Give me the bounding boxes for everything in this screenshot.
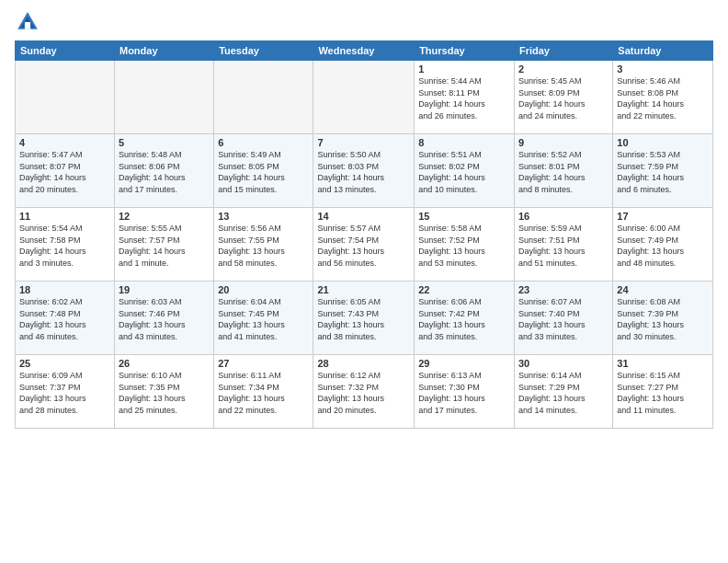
calendar-cell: 25Sunrise: 6:09 AMSunset: 7:37 PMDayligh…	[16, 355, 115, 429]
day-number: 9	[518, 137, 609, 148]
day-number: 18	[19, 284, 110, 295]
weekday-header-friday: Friday	[514, 41, 612, 61]
calendar-cell: 1Sunrise: 5:44 AMSunset: 8:11 PMDaylight…	[415, 61, 515, 134]
weekday-header-sunday: Sunday	[16, 41, 115, 61]
calendar-cell	[16, 61, 115, 134]
calendar-week-5: 25Sunrise: 6:09 AMSunset: 7:37 PMDayligh…	[16, 355, 713, 429]
weekday-header-monday: Monday	[114, 41, 213, 61]
calendar-cell: 5Sunrise: 5:48 AMSunset: 8:06 PMDaylight…	[114, 134, 213, 208]
day-info: Sunrise: 5:58 AMSunset: 7:52 PMDaylight:…	[418, 223, 510, 269]
day-info: Sunrise: 6:06 AMSunset: 7:42 PMDaylight:…	[418, 296, 510, 342]
calendar-cell: 22Sunrise: 6:06 AMSunset: 7:42 PMDayligh…	[415, 282, 515, 355]
calendar-cell: 21Sunrise: 6:05 AMSunset: 7:43 PMDayligh…	[313, 282, 415, 355]
day-number: 22	[418, 284, 510, 295]
day-number: 12	[119, 211, 210, 222]
calendar-cell: 18Sunrise: 6:02 AMSunset: 7:48 PMDayligh…	[16, 282, 115, 355]
day-info: Sunrise: 6:12 AMSunset: 7:32 PMDaylight:…	[317, 370, 410, 416]
day-info: Sunrise: 6:02 AMSunset: 7:48 PMDaylight:…	[19, 296, 110, 342]
day-info: Sunrise: 5:55 AMSunset: 7:57 PMDaylight:…	[119, 223, 210, 269]
day-info: Sunrise: 5:46 AMSunset: 8:08 PMDaylight:…	[617, 75, 709, 121]
calendar-cell: 27Sunrise: 6:11 AMSunset: 7:34 PMDayligh…	[214, 355, 313, 429]
day-info: Sunrise: 6:13 AMSunset: 7:30 PMDaylight:…	[418, 370, 510, 416]
day-number: 31	[617, 358, 709, 369]
calendar-cell: 9Sunrise: 5:52 AMSunset: 8:01 PMDaylight…	[514, 134, 612, 208]
day-number: 28	[317, 358, 410, 369]
page: SundayMondayTuesdayWednesdayThursdayFrid…	[0, 0, 728, 438]
day-number: 17	[617, 211, 709, 222]
day-number: 1	[418, 63, 510, 75]
calendar-cell: 23Sunrise: 6:07 AMSunset: 7:40 PMDayligh…	[514, 282, 612, 355]
header	[15, 9, 713, 35]
day-info: Sunrise: 6:08 AMSunset: 7:39 PMDaylight:…	[617, 296, 709, 342]
calendar-week-3: 11Sunrise: 5:54 AMSunset: 7:58 PMDayligh…	[16, 208, 713, 282]
calendar-cell: 16Sunrise: 5:59 AMSunset: 7:51 PMDayligh…	[514, 208, 612, 282]
logo-icon	[15, 9, 40, 35]
day-info: Sunrise: 6:00 AMSunset: 7:49 PMDaylight:…	[617, 223, 709, 269]
day-number: 26	[119, 358, 210, 369]
calendar-cell: 10Sunrise: 5:53 AMSunset: 7:59 PMDayligh…	[613, 134, 713, 208]
day-number: 10	[617, 137, 709, 148]
calendar-cell: 4Sunrise: 5:47 AMSunset: 8:07 PMDaylight…	[16, 134, 115, 208]
calendar-cell: 2Sunrise: 5:45 AMSunset: 8:09 PMDaylight…	[514, 61, 612, 134]
day-number: 24	[617, 284, 709, 295]
day-number: 30	[518, 358, 609, 369]
calendar-cell: 31Sunrise: 6:15 AMSunset: 7:27 PMDayligh…	[613, 355, 713, 429]
calendar-cell: 7Sunrise: 5:50 AMSunset: 8:03 PMDaylight…	[313, 134, 415, 208]
day-number: 27	[218, 358, 309, 369]
day-number: 6	[218, 137, 309, 148]
day-info: Sunrise: 5:52 AMSunset: 8:01 PMDaylight:…	[518, 149, 609, 195]
weekday-header-tuesday: Tuesday	[214, 41, 313, 61]
calendar-cell: 13Sunrise: 5:56 AMSunset: 7:55 PMDayligh…	[214, 208, 313, 282]
day-number: 23	[518, 284, 609, 295]
weekday-header-row: SundayMondayTuesdayWednesdayThursdayFrid…	[16, 41, 713, 61]
day-info: Sunrise: 5:45 AMSunset: 8:09 PMDaylight:…	[518, 75, 609, 121]
calendar-cell	[313, 61, 415, 134]
calendar-cell: 19Sunrise: 6:03 AMSunset: 7:46 PMDayligh…	[114, 282, 213, 355]
day-info: Sunrise: 6:15 AMSunset: 7:27 PMDaylight:…	[617, 370, 709, 416]
logo	[15, 9, 44, 35]
weekday-header-saturday: Saturday	[613, 41, 713, 61]
day-number: 21	[317, 284, 410, 295]
day-info: Sunrise: 5:59 AMSunset: 7:51 PMDaylight:…	[518, 223, 609, 269]
calendar-cell: 11Sunrise: 5:54 AMSunset: 7:58 PMDayligh…	[16, 208, 115, 282]
day-info: Sunrise: 6:10 AMSunset: 7:35 PMDaylight:…	[119, 370, 210, 416]
day-number: 19	[119, 284, 210, 295]
calendar-cell: 6Sunrise: 5:49 AMSunset: 8:05 PMDaylight…	[214, 134, 313, 208]
day-number: 13	[218, 211, 309, 222]
calendar-cell	[214, 61, 313, 134]
day-number: 15	[418, 211, 510, 222]
day-info: Sunrise: 6:03 AMSunset: 7:46 PMDaylight:…	[119, 296, 210, 342]
day-info: Sunrise: 5:54 AMSunset: 7:58 PMDaylight:…	[19, 223, 110, 269]
calendar-cell: 28Sunrise: 6:12 AMSunset: 7:32 PMDayligh…	[313, 355, 415, 429]
day-info: Sunrise: 5:56 AMSunset: 7:55 PMDaylight:…	[218, 223, 309, 269]
day-number: 7	[317, 137, 410, 148]
day-info: Sunrise: 5:51 AMSunset: 8:02 PMDaylight:…	[418, 149, 510, 195]
calendar-week-1: 1Sunrise: 5:44 AMSunset: 8:11 PMDaylight…	[16, 61, 713, 134]
day-info: Sunrise: 6:14 AMSunset: 7:29 PMDaylight:…	[518, 370, 609, 416]
day-number: 8	[418, 137, 510, 148]
calendar-cell: 20Sunrise: 6:04 AMSunset: 7:45 PMDayligh…	[214, 282, 313, 355]
day-info: Sunrise: 6:07 AMSunset: 7:40 PMDaylight:…	[518, 296, 609, 342]
calendar-cell: 3Sunrise: 5:46 AMSunset: 8:08 PMDaylight…	[613, 61, 713, 134]
calendar-cell: 8Sunrise: 5:51 AMSunset: 8:02 PMDaylight…	[415, 134, 515, 208]
calendar-cell: 17Sunrise: 6:00 AMSunset: 7:49 PMDayligh…	[613, 208, 713, 282]
day-number: 4	[19, 137, 110, 148]
day-number: 5	[119, 137, 210, 148]
day-info: Sunrise: 6:05 AMSunset: 7:43 PMDaylight:…	[317, 296, 410, 342]
day-info: Sunrise: 5:48 AMSunset: 8:06 PMDaylight:…	[119, 149, 210, 195]
weekday-header-wednesday: Wednesday	[313, 41, 415, 61]
day-info: Sunrise: 5:44 AMSunset: 8:11 PMDaylight:…	[418, 75, 510, 121]
day-info: Sunrise: 5:50 AMSunset: 8:03 PMDaylight:…	[317, 149, 410, 195]
day-number: 11	[19, 211, 110, 222]
calendar-cell: 24Sunrise: 6:08 AMSunset: 7:39 PMDayligh…	[613, 282, 713, 355]
calendar-cell: 29Sunrise: 6:13 AMSunset: 7:30 PMDayligh…	[415, 355, 515, 429]
calendar-cell: 14Sunrise: 5:57 AMSunset: 7:54 PMDayligh…	[313, 208, 415, 282]
day-info: Sunrise: 6:09 AMSunset: 7:37 PMDaylight:…	[19, 370, 110, 416]
day-info: Sunrise: 5:47 AMSunset: 8:07 PMDaylight:…	[19, 149, 110, 195]
day-number: 3	[617, 63, 709, 75]
day-number: 25	[19, 358, 110, 369]
day-number: 20	[218, 284, 309, 295]
day-number: 16	[518, 211, 609, 222]
svg-rect-2	[25, 22, 30, 29]
calendar-cell: 30Sunrise: 6:14 AMSunset: 7:29 PMDayligh…	[514, 355, 612, 429]
